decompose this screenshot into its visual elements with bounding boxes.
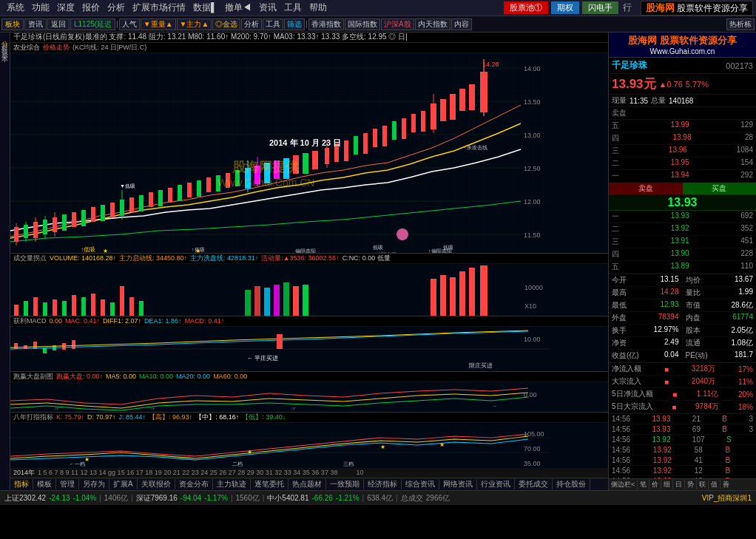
menu-revoke[interactable]: 撤单◀ [221, 1, 255, 14]
tab-order[interactable]: 逐笔委托 [251, 479, 288, 489]
chart-area: 千足珍珠(日线前复权)最准的 支撑: 11.48 阻力: 13.21 M80: … [10, 33, 608, 490]
trade-row-1: 14:56 13.93 21 B 3 [609, 414, 756, 424]
rp-stock-code: 002173 [726, 61, 753, 70]
svg-rect-62 [392, 121, 396, 140]
svg-rect-32 [129, 197, 134, 212]
macd-title: 获利MACD 0.00 MAC: 0.41↑ DIFF1: 2.07↑ DEA1… [10, 316, 608, 327]
tb2-hk[interactable]: 香港指数 [308, 18, 344, 30]
bottom-tabs-row: 指标 模板 管理 另存为 扩展A 关联报价 资金分布 主力轨迹 逐笔委托 热点题… [10, 478, 608, 490]
trade-list: 14:56 13.93 21 B 3 14:56 13.93 69 B 3 14… [609, 413, 756, 478]
menu-ext-market[interactable]: 扩展市场行情 [129, 1, 189, 14]
rp-stock-header: 千足珍珠 002173 [609, 58, 756, 74]
tab-holding[interactable]: 持仓股份 [553, 479, 590, 489]
svg-text:★: ★ [103, 248, 108, 253]
tb2-analyze[interactable]: 热析栋 [726, 18, 755, 30]
tab-hot[interactable]: 热点题材 [288, 479, 326, 489]
nav-trend[interactable]: 势 [685, 480, 697, 489]
tab-web[interactable]: 网络资讯 [439, 479, 477, 489]
svg-rect-25 [72, 212, 76, 227]
svg-rect-106 [245, 290, 251, 316]
svg-rect-69 [450, 94, 456, 120]
rp-pct: 5.77% [686, 80, 709, 89]
tab-save[interactable]: 另存为 [79, 479, 109, 489]
menu-analysis[interactable]: 分析 [104, 1, 129, 14]
tb2-main[interactable]: ▼主力▲ [177, 18, 212, 30]
tb2-sha[interactable]: 沪深A股 [381, 18, 414, 30]
sidebar-tab-minute[interactable]: 析 [0, 38, 10, 41]
menu-depth[interactable]: 深度 [53, 1, 78, 14]
nav-link[interactable]: 联 [697, 480, 709, 489]
tab-related[interactable]: 关联报价 [138, 479, 175, 489]
tb2-tools[interactable]: 工具 [263, 18, 283, 30]
svg-text:低吸: 低吸 [373, 245, 383, 250]
extra-btn[interactable]: 行 [620, 1, 635, 14]
tb2-filter[interactable]: 筛选 [284, 18, 305, 30]
svg-text:14.00: 14.00 [524, 65, 541, 72]
tab-econ[interactable]: 经济指标 [364, 479, 402, 489]
svg-rect-108 [264, 288, 270, 316]
logo-text: 股海网 股票软件资源分享 [612, 34, 753, 47]
kdj-svg: ←一档 二档 三档 ★ ★ ★ ★ 105.00 70.00 35.00 [10, 423, 550, 467]
sidebar-tab-analysis[interactable]: 技 [0, 41, 10, 44]
right-logo: 股海网 股票软件资源分享 Www.Guhai.com.cn [609, 33, 756, 58]
total-vol-val: 2966亿 [426, 493, 450, 504]
futures-button[interactable]: 期权 [551, 1, 579, 14]
tab-main-track[interactable]: 主力轨迹 [213, 479, 251, 489]
tb2-analysis[interactable]: 分析 [241, 18, 262, 30]
sidebar-tab-extra[interactable]: 本 [0, 49, 10, 52]
nav-detail[interactable]: 细 [661, 480, 673, 489]
tb2-weight[interactable]: ▼重量▲ [141, 18, 176, 30]
menu-news[interactable]: 资讯 [255, 1, 280, 14]
flash-button[interactable]: 闪电手 [582, 1, 618, 14]
svg-text:★: ★ [84, 456, 90, 463]
tab-fund-dist[interactable]: 资金分布 [175, 479, 213, 489]
menu-quote[interactable]: 报价 [78, 1, 104, 14]
mid-vol: 638.4亿 [367, 493, 393, 504]
nav-price[interactable]: 价 [649, 480, 661, 489]
nav-sidebar[interactable]: 侧边栏< [609, 480, 638, 489]
tb2-popular[interactable]: 人气 [119, 18, 140, 30]
trade-row-6: 14:56 13.92 12 B [609, 466, 756, 476]
tb2-intl[interactable]: 国际指数 [345, 18, 380, 30]
sh-vol: 1406亿 [104, 493, 128, 504]
sell-header: 卖盘 [612, 108, 627, 118]
svg-rect-59 [363, 133, 368, 154]
svg-rect-110 [283, 282, 289, 316]
tb2-inner[interactable]: 内天指数 [415, 18, 450, 30]
menu-system[interactable]: 系统 [3, 1, 28, 14]
sidebar-tab-basic[interactable]: 基 [0, 45, 10, 48]
tab-manage[interactable]: 管理 [56, 479, 79, 489]
nav-pen[interactable]: 笔 [638, 480, 649, 489]
tab-template[interactable]: 模板 [33, 479, 56, 489]
tab-indicators[interactable]: 指标 [10, 479, 33, 489]
tb2-sector[interactable]: 板块 [1, 18, 24, 30]
svg-text:←一档: ←一档 [70, 461, 85, 467]
tab-ext[interactable]: 扩展A [109, 479, 138, 489]
menu-function[interactable]: 功能 [28, 1, 53, 14]
macd-chart: 获利MACD 0.00 MAC: 0.41↑ DIFF1: 2.07↑ DEA1… [10, 316, 608, 372]
tb2-content[interactable]: 内容 [451, 18, 472, 30]
svg-text:↑偏阳真阳: ↑偏阳真阳 [373, 252, 396, 253]
svg-rect-100 [91, 294, 95, 316]
menu-tools[interactable]: 工具 [280, 1, 306, 14]
nav-good[interactable]: 善 [720, 480, 732, 489]
tab-industry[interactable]: 行业资讯 [477, 479, 515, 489]
tab-entrust[interactable]: 委托成交 [515, 479, 553, 489]
menu-help[interactable]: 帮助 [306, 1, 331, 14]
tb2-back[interactable]: 返回 [47, 18, 70, 30]
nav-day[interactable]: 日 [673, 480, 685, 489]
stock-pool-button[interactable]: 股票池① [504, 1, 548, 14]
rp-main-price: 13.93元 [612, 75, 656, 92]
svg-text:☞: ☞ [151, 406, 155, 411]
tb2-l1125[interactable]: L1125(延迟 [70, 18, 115, 30]
tb2-news[interactable]: 资讯 [24, 18, 47, 30]
sz-change: -94.04 [180, 494, 201, 502]
menu-data[interactable]: 数据▌ [189, 1, 221, 14]
nav-value[interactable]: 值 [709, 480, 720, 489]
running-svg: ☞ ☞ ☞ → 0.00 [10, 382, 550, 412]
tab-combined[interactable]: 综合资讯 [402, 479, 439, 489]
svg-rect-34 [149, 192, 153, 207]
tb2-gold[interactable]: ◎金选 [212, 18, 240, 30]
tab-expect[interactable]: 一致预期 [326, 479, 364, 489]
sidebar-tab-candlestick[interactable]: 分 [0, 34, 10, 37]
